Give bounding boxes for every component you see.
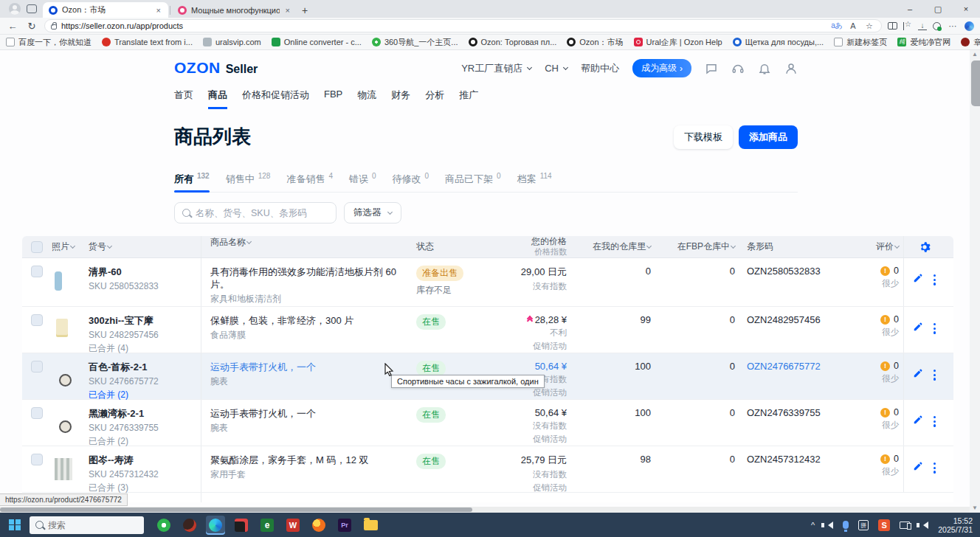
bookmark[interactable]: 360导航_一个主页... <box>372 37 458 48</box>
app-icon-folder[interactable] <box>361 516 380 535</box>
table-row[interactable]: 黑濑湾标-2-1 SKU 2476339755 已合并 (2) 运动手表带打火机… <box>22 400 953 446</box>
translate-icon[interactable]: aあ <box>831 21 843 31</box>
devices-icon[interactable] <box>900 522 910 529</box>
product-name-link[interactable]: 具有消毒作用的强效多功能清洁地板片剂 60 片。 <box>210 266 416 291</box>
col-photo[interactable]: 照片 <box>52 240 89 253</box>
edit-pencil-icon[interactable] <box>913 322 923 334</box>
read-aloud-icon[interactable]: A <box>847 21 859 30</box>
nav-promotion[interactable]: 推广 <box>459 89 478 109</box>
taskbar-search[interactable] <box>30 516 144 534</box>
favorite-star-icon[interactable]: ☆ <box>863 21 875 31</box>
product-name-link[interactable]: 聚氨酯涂层，家务手套，M 码，12 双 <box>210 454 416 466</box>
app-icon-e-green[interactable]: e <box>258 516 277 535</box>
article-code[interactable]: 黑濑湾标-2-1 <box>89 407 201 420</box>
back-button[interactable]: ← <box>6 21 19 32</box>
help-center-link[interactable]: 帮助中心 <box>581 62 619 75</box>
search-input[interactable] <box>196 208 328 218</box>
vertical-scrollbar[interactable]: ▲ ▼ <box>970 50 980 513</box>
bookmark[interactable]: Online converter - c... <box>272 38 362 46</box>
tray-expand-icon[interactable]: ^ <box>811 521 815 530</box>
window-maximize-button[interactable]: ▢ <box>924 0 952 18</box>
url-text[interactable]: https://seller.ozon.ru/app/products <box>61 21 183 30</box>
bookmark[interactable]: Ural企库 | Ozon Help <box>634 37 722 48</box>
article-code[interactable]: 图岑--寿涛 <box>89 454 201 467</box>
table-row[interactable]: 图岑--寿涛 SKU 2457312432 已合并 (3) 聚氨酯涂层，家务手套… <box>22 446 953 493</box>
table-row[interactable]: 清界-60 SKU 2580532833 具有消毒作用的强效多功能清洁地板片剂 … <box>22 258 953 307</box>
filter-errors[interactable]: 错误0 <box>349 173 376 186</box>
row-menu-icon[interactable] <box>934 323 936 334</box>
edit-pencil-icon[interactable] <box>913 273 923 285</box>
become-premium-button[interactable]: 成为高级› <box>632 59 691 77</box>
extension-shield-icon[interactable] <box>933 22 941 30</box>
article-code[interactable]: 百色-首标-2-1 <box>89 361 201 374</box>
bookmark[interactable]: 纯爱纯净官网 <box>897 37 950 48</box>
chat-icon[interactable] <box>705 62 718 75</box>
filter-selling[interactable]: 销售中128 <box>226 173 271 186</box>
language-selector[interactable]: CH <box>545 63 567 74</box>
new-tab-button[interactable]: + <box>302 4 308 16</box>
nav-logistics[interactable]: 物流 <box>357 89 376 109</box>
row-checkbox[interactable] <box>31 266 43 277</box>
barcode-link[interactable]: OZN2476675772 <box>738 353 832 372</box>
row-menu-icon[interactable] <box>934 274 936 285</box>
downloads-icon[interactable]: ↓ <box>918 22 927 30</box>
article-code[interactable]: 300zhi--宝下摩 <box>89 314 201 328</box>
bookmark[interactable]: Translate text from i... <box>102 38 193 46</box>
bookmark[interactable]: Ozon: Торговая пл... <box>469 38 557 46</box>
speaker-icon[interactable] <box>824 522 833 529</box>
row-checkbox[interactable] <box>31 454 43 465</box>
store-selector[interactable]: YR工厂直销店 <box>461 62 531 75</box>
app-icon-dark[interactable] <box>180 516 199 535</box>
browser-tab-inactive[interactable]: Мощные многофункциональнь × <box>172 2 297 18</box>
row-menu-icon[interactable] <box>934 416 936 427</box>
row-menu-icon[interactable] <box>934 370 936 381</box>
edit-pencil-icon[interactable] <box>913 368 923 381</box>
row-menu-icon[interactable] <box>934 462 936 474</box>
tab-close-icon[interactable]: × <box>155 6 162 15</box>
app-icon-premiere[interactable]: Pr <box>335 516 354 535</box>
filter-archive[interactable]: 档案114 <box>517 173 552 186</box>
col-name[interactable]: 商品名称 <box>201 236 416 257</box>
app-icon-wps[interactable]: W <box>283 516 303 535</box>
profile-icon[interactable] <box>784 62 798 75</box>
edit-pencil-icon[interactable] <box>913 415 923 427</box>
headset-icon[interactable] <box>731 62 745 75</box>
filter-unlisted[interactable]: 商品已下架0 <box>445 173 501 186</box>
app-icon-firefox[interactable] <box>309 516 328 535</box>
col-rating[interactable]: 评价 <box>832 240 903 253</box>
browser-tab-active[interactable]: Ozon：市场 × <box>43 2 168 18</box>
split-screen-icon[interactable] <box>888 22 897 30</box>
product-name-link[interactable]: 保鲜膜，包装，非常经济，300 片 <box>210 314 416 327</box>
add-product-button[interactable]: 添加商品 <box>739 125 798 149</box>
vertical-scrollbar-thumb[interactable] <box>971 60 980 106</box>
favorites-bar-icon[interactable] <box>903 22 912 30</box>
microphone-icon[interactable] <box>843 521 849 529</box>
start-button[interactable] <box>0 519 30 531</box>
taskbar-clock[interactable]: 15:52 2025/7/31 <box>938 516 973 534</box>
app-icon-browser-green[interactable] <box>154 516 173 535</box>
filter-to-fix[interactable]: 待修改0 <box>393 173 429 186</box>
address-bar[interactable]: https://seller.ozon.ru/app/products aあ A… <box>44 19 882 32</box>
nav-products[interactable]: 商品 <box>208 89 227 109</box>
tab-search-icon[interactable] <box>27 4 37 13</box>
download-template-button[interactable]: 下载模板 <box>674 125 733 149</box>
filter-ready[interactable]: 准备销售4 <box>286 173 333 186</box>
nav-home[interactable]: 首页 <box>174 89 193 109</box>
scroll-down-arrow[interactable]: ▼ <box>970 504 980 513</box>
bookmark[interactable]: 章鱼AI <box>961 37 980 48</box>
horizontal-scrollbar-thumb[interactable] <box>0 507 472 512</box>
filter-all[interactable]: 所有132 <box>174 173 210 186</box>
bookmark[interactable]: 百度一下，你就知道 <box>6 37 92 48</box>
product-search-input-wrap[interactable] <box>174 202 337 224</box>
ime-icon[interactable]: 拼 <box>858 520 869 530</box>
nav-pricing[interactable]: 价格和促销活动 <box>242 89 309 109</box>
taskbar-search-input[interactable] <box>48 520 138 530</box>
browser-profile-icon[interactable] <box>9 3 21 15</box>
bookmark[interactable]: uralsvip.com <box>203 38 261 46</box>
tab-close-icon[interactable]: × <box>284 6 291 15</box>
window-minimize-button[interactable]: – <box>896 0 924 18</box>
col-stock[interactable]: 在我的仓库里 <box>571 240 655 253</box>
volume-icon[interactable] <box>919 522 928 529</box>
refresh-button[interactable]: ↻ <box>25 21 38 32</box>
app-icon-photoshop[interactable] <box>232 516 251 535</box>
